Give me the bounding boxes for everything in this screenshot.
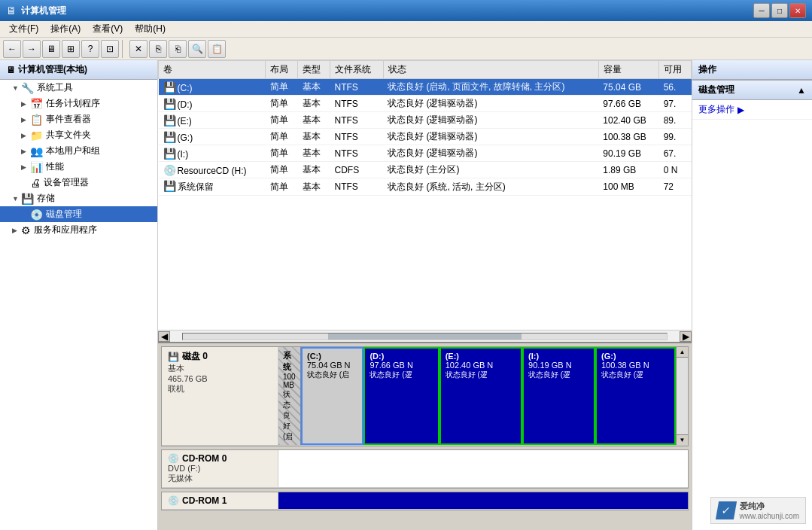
label-system-tools: 系统工具 xyxy=(37,81,73,94)
menu-view[interactable]: 查看(V) xyxy=(87,21,129,37)
cell-layout-2: 简单 xyxy=(266,112,298,129)
cdrom-1-icon: 💿 xyxy=(168,495,179,506)
sidebar-item-task-scheduler[interactable]: ▶ 📅 任务计划程序 xyxy=(0,96,157,111)
sidebar-header: 🖥 计算机管理(本地) xyxy=(0,60,157,80)
back-button[interactable]: ← xyxy=(3,40,21,58)
vscroll-right[interactable]: ▲ ▼ xyxy=(676,347,688,445)
table-row[interactable]: 💾(C:) 简单 基本 NTFS 状态良好 (启动, 页面文件, 故障转储, 主… xyxy=(159,79,692,96)
col-fs: 文件系统 xyxy=(330,61,383,79)
table-row[interactable]: 💾(E:) 简单 基本 NTFS 状态良好 (逻辑驱动器) 102.40 GB … xyxy=(159,112,692,129)
cell-layout-5: 简单 xyxy=(266,162,298,178)
cell-fs-1: NTFS xyxy=(330,96,383,112)
cell-status-1: 状态良好 (逻辑驱动器) xyxy=(383,96,598,112)
sidebar-item-storage[interactable]: ▼ 💾 存储 xyxy=(0,190,157,206)
hscroll-bar[interactable]: ◀ ▶ xyxy=(158,330,692,342)
export-button[interactable]: 📋 xyxy=(208,40,226,58)
disk-table: 卷 布局 类型 文件系统 状态 容量 可用 💾(C:) 简单 基本 NTFS 状… xyxy=(158,60,692,196)
cell-type-3: 基本 xyxy=(298,129,330,145)
cdrom-1-bar xyxy=(278,492,688,509)
cdrom-0-empty xyxy=(278,450,688,487)
arrow-shared: ▶ xyxy=(21,132,30,139)
sidebar-item-device-manager[interactable]: 🖨 设备管理器 xyxy=(0,175,157,190)
sidebar-item-shared-folders[interactable]: ▶ 📁 共享文件夹 xyxy=(0,127,157,143)
ops-title-label: 操作 xyxy=(698,64,716,75)
minimize-button[interactable]: ─ xyxy=(753,3,770,18)
window-title: 计算机管理 xyxy=(21,5,753,17)
cell-available-4: 67. xyxy=(659,145,692,162)
partition-g-size: 100.38 GB N xyxy=(601,361,670,370)
maximize-button[interactable]: □ xyxy=(771,3,788,18)
table-row[interactable]: 💾(G:) 简单 基本 NTFS 状态良好 (逻辑驱动器) 100.38 GB … xyxy=(159,129,692,145)
computer-button[interactable]: 🖥 xyxy=(42,40,60,58)
sidebar-item-event-viewer[interactable]: ▶ 📋 事件查看器 xyxy=(0,111,157,127)
menu-action[interactable]: 操作(A) xyxy=(44,21,87,37)
copy-button[interactable]: ⎘ xyxy=(149,40,167,58)
sidebar-item-local-users[interactable]: ▶ 👥 本地用户和组 xyxy=(0,143,157,159)
partition-i-label: (I:) xyxy=(528,352,589,361)
toolbar-sep-1 xyxy=(122,40,126,58)
sidebar-item-performance[interactable]: ▶ 📊 性能 xyxy=(0,159,157,175)
sidebar-item-disk-management[interactable]: 💿 磁盘管理 xyxy=(0,206,157,222)
grid-button[interactable]: ⊞ xyxy=(62,40,80,58)
menu-file[interactable]: 文件(F) xyxy=(3,21,44,37)
cell-capacity-5: 1.89 GB xyxy=(598,162,658,178)
partition-g-label: (G:) xyxy=(601,352,670,361)
paste-button[interactable]: ⎗ xyxy=(169,40,187,58)
cell-status-6: 状态良好 (系统, 活动, 主分区) xyxy=(383,178,598,196)
table-row[interactable]: 💾(I:) 简单 基本 NTFS 状态良好 (逻辑驱动器) 90.19 GB 6… xyxy=(159,145,692,162)
icon-system-tools: 🔧 xyxy=(21,82,34,94)
arrow-event: ▶ xyxy=(21,116,30,123)
partition-system-status2: 状态良好 (启 xyxy=(283,389,296,442)
ops-section-arrow: ▲ xyxy=(797,85,806,96)
ops-section-disk-mgmt[interactable]: 磁盘管理 ▲ xyxy=(692,80,812,100)
cell-capacity-2: 102.40 GB xyxy=(598,112,658,129)
vscroll-down-btn[interactable]: ▼ xyxy=(677,434,688,445)
partition-system[interactable]: 系统 100 MB 状态良好 (启 xyxy=(278,347,301,445)
col-available: 可用 xyxy=(659,61,692,79)
menu-help[interactable]: 帮助(H) xyxy=(129,21,172,37)
partition-d[interactable]: (D:) 97.66 GB N 状态良好 (逻 xyxy=(363,347,439,445)
properties-button[interactable]: ⊡ xyxy=(101,40,119,58)
disk-0-header: 💾 磁盘 0 基本 465.76 GB 联机 系统 100 MB 状态良好 (启 xyxy=(162,347,688,446)
hscroll-right-btn[interactable]: ▶ xyxy=(680,331,692,342)
partition-c-size: 75.04 GB N xyxy=(307,361,357,370)
partition-e[interactable]: (E:) 102.40 GB N 状态良好 (逻 xyxy=(439,347,522,445)
arrow-perf: ▶ xyxy=(21,163,30,171)
close-button[interactable]: ✕ xyxy=(789,3,806,18)
table-row[interactable]: 💿ResourceCD (H:) 简单 基本 CDFS 状态良好 (主分区) 1… xyxy=(159,162,692,178)
ops-panel: 操作 磁盘管理 ▲ 更多操作 ▶ xyxy=(692,60,812,530)
ops-item-more[interactable]: 更多操作 ▶ xyxy=(692,100,812,120)
label-storage: 存储 xyxy=(37,192,55,205)
cell-type-4: 基本 xyxy=(298,145,330,162)
table-row[interactable]: 💾(D:) 简单 基本 NTFS 状态良好 (逻辑驱动器) 97.66 GB 9… xyxy=(159,96,692,112)
cell-status-5: 状态良好 (主分区) xyxy=(383,162,598,178)
partition-c[interactable]: (C:) 75.04 GB N 状态良好 (启 xyxy=(301,347,363,445)
cell-status-3: 状态良好 (逻辑驱动器) xyxy=(383,129,598,145)
sidebar-item-system-tools[interactable]: ▼ 🔧 系统工具 xyxy=(0,80,157,96)
partition-c-label: (C:) xyxy=(307,352,357,361)
icon-shared: 📁 xyxy=(30,129,43,142)
help-button[interactable]: ? xyxy=(81,40,99,58)
search-button[interactable]: 🔍 xyxy=(188,40,206,58)
cell-type-6: 基本 xyxy=(298,178,330,196)
cell-fs-5: CDFS xyxy=(330,162,383,178)
watermark-logo: ✓ xyxy=(715,501,736,519)
partition-g[interactable]: (G:) 100.38 GB N 状态良好 (逻 xyxy=(595,347,676,445)
vscroll-up-btn[interactable]: ▲ xyxy=(677,347,688,358)
partition-e-status: 状态良好 (逻 xyxy=(446,370,516,380)
disk-list-panel[interactable]: 卷 布局 类型 文件系统 状态 容量 可用 💾(C:) 简单 基本 NTFS 状… xyxy=(158,60,692,330)
cell-capacity-1: 97.66 GB xyxy=(598,96,658,112)
cell-available-5: 0 N xyxy=(659,162,692,178)
hscroll-left-btn[interactable]: ◀ xyxy=(158,331,170,342)
cell-available-0: 56. xyxy=(659,79,692,96)
delete-button[interactable]: ✕ xyxy=(129,40,147,58)
col-type: 类型 xyxy=(298,61,330,79)
cell-volume-1: 💾(D:) xyxy=(159,96,266,112)
sidebar-item-services[interactable]: ▶ ⚙ 服务和应用程序 xyxy=(0,222,157,238)
partition-d-label: (D:) xyxy=(370,352,433,361)
forward-button[interactable]: → xyxy=(23,40,41,58)
table-row[interactable]: 💾系统保留 简单 基本 NTFS 状态良好 (系统, 活动, 主分区) 100 … xyxy=(159,178,692,196)
cell-volume-3: 💾(G:) xyxy=(159,129,266,145)
cell-available-1: 97. xyxy=(659,96,692,112)
partition-i[interactable]: (I:) 90.19 GB N 状态良好 (逻 xyxy=(522,347,595,445)
